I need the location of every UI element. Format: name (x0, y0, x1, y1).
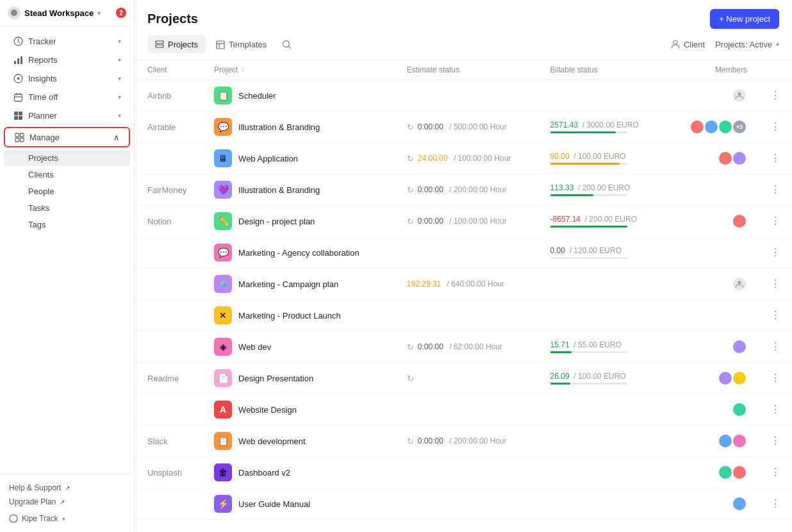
notification-badge[interactable]: 2 (116, 8, 126, 18)
more-options-button[interactable]: ⋮ (766, 307, 784, 323)
more-options-button[interactable]: ⋮ (766, 338, 784, 354)
more-options-button[interactable]: ⋮ (766, 401, 784, 417)
more-options-button[interactable]: ⋮ (766, 87, 784, 103)
client-cell (135, 269, 206, 300)
project-cell[interactable]: 📋 Web development (206, 426, 399, 457)
more-cell: ⋮ (755, 394, 792, 426)
kipe-track-chevron: ▾ (62, 515, 65, 522)
project-cell[interactable]: ✏️ Design - project plan (206, 206, 399, 237)
more-options-button[interactable]: ⋮ (766, 370, 784, 386)
more-options-button[interactable]: ⋮ (766, 464, 784, 480)
project-cell[interactable]: ✕ Marketing - Product Launch (206, 300, 399, 331)
sidebar-item-tags[interactable]: Tags (4, 217, 130, 233)
timeoff-icon (13, 92, 23, 102)
sidebar-item-tracker[interactable]: Tracker ▾ (4, 32, 130, 50)
project-cell[interactable]: 💜 Illustration & Branding (206, 174, 399, 206)
manage-section: Manage ∧ Projects Clients People Tasks T… (0, 127, 134, 235)
project-cell[interactable]: 💬 Marketing - Agency collaboration (206, 237, 399, 269)
project-name: Marketing - Product Launch (238, 311, 341, 320)
more-options-button[interactable]: ⋮ (766, 213, 784, 229)
members-cell (667, 394, 755, 426)
repeat-icon[interactable]: ↻ (407, 122, 414, 132)
repeat-icon[interactable]: ↻ (407, 436, 414, 446)
project-cell[interactable]: 💬 Illustration & Branding (206, 112, 399, 143)
more-options-button[interactable]: ⋮ (766, 150, 784, 166)
workspace-chevron: ▾ (97, 10, 101, 17)
sidebar-item-reports[interactable]: Reports ▾ (4, 51, 130, 69)
estimate-suffix: / 500:00:00 Hour (447, 122, 507, 131)
repeat-icon[interactable]: ↻ (407, 342, 414, 352)
estimate-time: 0:00:00 (418, 342, 443, 351)
manage-header[interactable]: Manage ∧ (4, 127, 130, 147)
more-options-button[interactable]: ⋮ (766, 181, 784, 197)
tab-templates[interactable]: Templates (208, 35, 274, 53)
search-button[interactable] (277, 36, 297, 53)
more-options-button[interactable]: ⋮ (766, 276, 784, 292)
more-options-button[interactable]: ⋮ (766, 119, 784, 135)
sidebar-item-timeoff[interactable]: Time off ▾ (4, 88, 130, 106)
more-cell: ⋮ (755, 237, 792, 269)
more-options-button[interactable]: ⋮ (766, 433, 784, 449)
sidebar-item-clients[interactable]: Clients (4, 167, 130, 183)
billable-cell: 2571.43 / 3000.00 EURO (543, 112, 668, 143)
members-cell (667, 174, 755, 206)
upgrade-plan-link[interactable]: Upgrade Plan ↗ (9, 495, 125, 509)
tab-projects-label: Projects (168, 40, 198, 49)
sidebar-item-projects[interactable]: Projects (4, 150, 130, 166)
sidebar-item-people[interactable]: People (4, 183, 130, 199)
project-cell[interactable]: A Website Design (206, 394, 399, 426)
svg-rect-15 (20, 138, 24, 142)
repeat-icon[interactable]: ↻ (407, 154, 414, 163)
billable-suffix: / 55.00 EURO (572, 340, 622, 349)
project-name: Web development (238, 436, 306, 446)
tab-templates-label: Templates (229, 40, 267, 49)
more-cell: ⋮ (755, 363, 792, 394)
estimate-time: 0:00:00 (418, 217, 443, 226)
repeat-icon[interactable]: ↻ (407, 185, 414, 195)
estimate-suffix: / 200:00:00 Hour (447, 436, 507, 445)
planner-chevron: ▾ (118, 112, 121, 119)
svg-point-6 (17, 77, 19, 79)
kipe-track-selector[interactable]: Kipe Track ▾ (9, 509, 125, 526)
project-cell[interactable]: ◈ Web dev (206, 331, 399, 363)
project-cell[interactable]: 🖥 Web Application (206, 143, 399, 174)
progress-bar (550, 383, 627, 385)
table-header: Client Project ↑ Estimate status Billabl… (135, 60, 792, 80)
sidebar-item-insights[interactable]: Insights ▾ (4, 69, 130, 87)
sidebar-item-tasks[interactable]: Tasks (4, 200, 130, 216)
client-filter[interactable]: Client (666, 37, 710, 52)
client-cell: Notion (135, 206, 206, 237)
tab-projects[interactable]: Projects (147, 35, 206, 53)
billable-cell (543, 457, 668, 488)
project-cell[interactable]: 📄 Design Presentation (206, 363, 399, 394)
estimate-cell: ↻ 0:00:00 / 100:00:00 Hour (399, 206, 543, 237)
clock-icon (13, 36, 23, 46)
workspace-selector[interactable]: Stead Workspace ▾ (8, 6, 101, 19)
project-name: Dashboard v2 (238, 468, 290, 478)
table-row: ⚙️ Marketing - Campaign plan 192:29:31 /… (135, 269, 792, 300)
new-project-button[interactable]: + New project (710, 9, 779, 29)
progress-bar (550, 194, 627, 196)
project-name: Web dev (238, 342, 271, 352)
col-estimate: Estimate status (399, 60, 543, 80)
projects-filter[interactable]: Projects: Active ▾ (715, 40, 779, 49)
project-cell[interactable]: ⚙️ Marketing - Campaign plan (206, 269, 399, 300)
help-support-link[interactable]: Help & Support ↗ (9, 481, 125, 495)
repeat-icon[interactable]: ↻ (407, 217, 414, 226)
project-cell[interactable]: ⚡ User Guide Manual (206, 488, 399, 520)
project-cell[interactable]: 📋 Scheduler (206, 80, 399, 112)
col-project: Project ↑ (206, 60, 399, 80)
table-row: Slack 📋 Web development ↻ 0:00:00 / 200:… (135, 426, 792, 457)
estimate-value: ↻ 0:00:00 / 500:00:00 Hour (407, 122, 535, 132)
billable-cell (543, 300, 668, 331)
estimate-time: 0:00:00 (418, 436, 443, 445)
repeat-icon[interactable]: ↻ (407, 374, 414, 383)
more-options-button[interactable]: ⋮ (766, 495, 784, 511)
toolbar-right: Client Projects: Active ▾ (666, 37, 779, 52)
more-cell: ⋮ (755, 143, 792, 174)
progress-fill (550, 163, 620, 165)
sidebar-item-planner[interactable]: Planner ▾ (4, 106, 130, 124)
project-cell[interactable]: 🗑 Dashboard v2 (206, 457, 399, 488)
more-options-button[interactable]: ⋮ (766, 244, 784, 260)
members-cell (667, 488, 755, 520)
